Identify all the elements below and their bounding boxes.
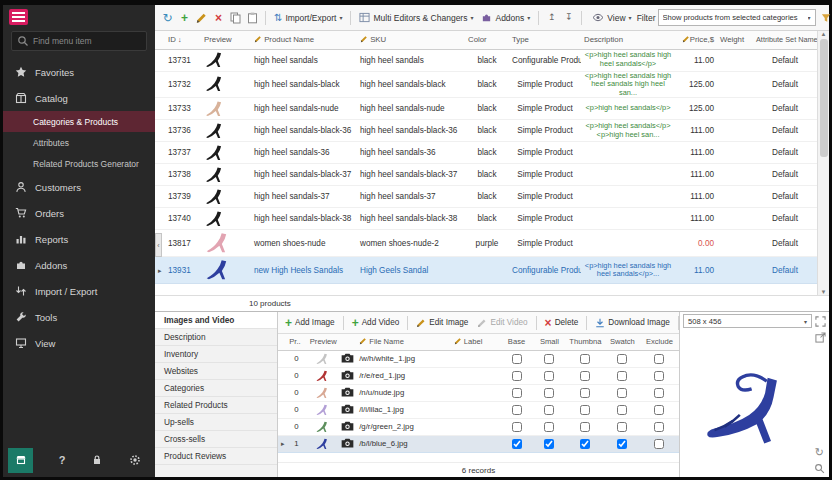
column-header-color[interactable]: Color (465, 31, 509, 49)
store-button[interactable] (8, 448, 33, 473)
exclude-checkbox[interactable] (654, 371, 664, 381)
product-row[interactable]: 13731 high heel sandals high heel sandal… (155, 49, 817, 71)
column-header-id[interactable]: ID ↓ (165, 31, 201, 49)
fullscreen-icon[interactable] (815, 316, 826, 327)
menu-hamburger-icon[interactable] (9, 9, 28, 25)
paste-button[interactable] (245, 12, 260, 24)
tab-product-reviews[interactable]: Product Reviews (155, 448, 277, 465)
small-checkbox[interactable] (544, 439, 554, 449)
column-header-small[interactable]: Small (533, 334, 566, 350)
thumbnail-checkbox[interactable] (580, 388, 590, 398)
sidebar-item-customers[interactable]: Customers (3, 174, 155, 200)
product-row[interactable]: ▸ 13931 new High Heels Sandals High Geel… (155, 257, 817, 284)
thumbnail-checkbox[interactable] (580, 439, 590, 449)
small-checkbox[interactable] (544, 405, 554, 415)
column-header-type[interactable]: Type (509, 31, 581, 49)
product-row[interactable]: 13736 high heel sandals-black-36 high he… (155, 120, 817, 142)
sidebar-item-favorites[interactable]: Favorites (3, 59, 155, 85)
base-checkbox[interactable] (512, 388, 522, 398)
product-row[interactable]: 13740 high heel sandals-black-38 high he… (155, 208, 817, 230)
base-checkbox[interactable] (512, 422, 522, 432)
swatch-checkbox[interactable] (617, 388, 627, 398)
swatch-checkbox[interactable] (617, 371, 627, 381)
image-preview-area[interactable]: ↻ (680, 330, 829, 477)
column-header-attribute-set[interactable]: Attribute Set Name (753, 31, 817, 49)
product-row[interactable]: 13739 high heel sandals-37 high heel san… (155, 186, 817, 208)
tab-categories[interactable]: Categories (155, 380, 277, 397)
column-header-base[interactable]: Base (500, 334, 533, 350)
base-checkbox[interactable] (512, 439, 522, 449)
edit-image-button[interactable]: Edit Image (412, 318, 472, 328)
image-row[interactable]: 0 /n/u/nude.jpg (278, 384, 679, 401)
gear-icon[interactable] (129, 454, 141, 466)
column-header-description[interactable]: Description (581, 31, 675, 49)
tab-related-products[interactable]: Related Products (155, 397, 277, 414)
thumbnail-checkbox[interactable] (580, 354, 590, 364)
exclude-checkbox[interactable] (654, 439, 664, 449)
thumbnail-checkbox[interactable] (580, 405, 590, 415)
tab-description[interactable]: Description (155, 329, 277, 346)
edit-product-button[interactable] (194, 12, 209, 24)
product-row[interactable]: 13733 high heel sandals-nude high heel s… (155, 98, 817, 120)
swatch-checkbox[interactable] (617, 354, 627, 364)
tab-websites[interactable]: Websites (155, 363, 277, 380)
multi-editors-menu[interactable]: Multi Editors & Changers▾ (356, 12, 476, 23)
thumbnail-checkbox[interactable] (580, 422, 590, 432)
open-external-icon[interactable] (815, 332, 826, 343)
column-header-sku[interactable]: SKU (357, 31, 465, 49)
products-scrollbar[interactable]: ▲ ▼ (817, 31, 829, 295)
help-icon[interactable]: ? (59, 454, 66, 466)
base-checkbox[interactable] (512, 354, 522, 364)
sidebar-item-attributes[interactable]: Attributes (3, 132, 155, 153)
sidebar-item-import-export[interactable]: Import / Export (3, 278, 155, 304)
column-header-image-preview[interactable]: Preview (307, 334, 338, 350)
exclude-checkbox[interactable] (654, 422, 664, 432)
image-row[interactable]: 0 /g/r/green_2.jpg (278, 418, 679, 435)
image-row[interactable]: 0 /r/e/red_1.jpg (278, 367, 679, 384)
image-row[interactable]: ▸ 1 /b/l/blue_6.jpg (278, 435, 679, 452)
column-header-product-name[interactable]: Product Name (251, 31, 357, 49)
add-product-button[interactable]: + (177, 12, 192, 24)
column-header-thumbnail[interactable]: Thumbna (566, 334, 605, 350)
scrollbar-thumb[interactable] (820, 39, 828, 157)
search-input[interactable] (33, 36, 141, 46)
column-header-price[interactable]: Price,$ (675, 31, 717, 49)
image-row[interactable]: 0 /l/i/lilac_1.jpg (278, 401, 679, 418)
tab-up-sells[interactable]: Up-sells (155, 414, 277, 431)
small-checkbox[interactable] (544, 371, 554, 381)
download-image-button[interactable]: Download Image (591, 318, 673, 328)
base-checkbox[interactable] (512, 405, 522, 415)
sidebar-item-tools[interactable]: Tools (3, 304, 155, 330)
swatch-checkbox[interactable] (617, 405, 627, 415)
small-checkbox[interactable] (544, 354, 554, 364)
tab-inventory[interactable]: Inventory (155, 346, 277, 363)
sidebar-item-related-products-generator[interactable]: Related Products Generator (3, 153, 155, 174)
sidebar-item-orders[interactable]: Orders (3, 200, 155, 226)
base-checkbox[interactable] (512, 371, 522, 381)
product-row[interactable]: 13817 women shoes-nude women shoes-nude-… (155, 230, 817, 257)
sidebar-search[interactable] (11, 31, 147, 51)
image-size-dropdown[interactable]: 508 x 456▾ (683, 314, 812, 328)
sidebar-item-addons[interactable]: Addons (3, 252, 155, 278)
exclude-checkbox[interactable] (654, 405, 664, 415)
filters-button[interactable]: Filters▾ (818, 13, 832, 23)
addons-menu[interactable]: Addons▾ (478, 12, 533, 23)
sidebar-item-reports[interactable]: Reports (3, 226, 155, 252)
tab-images-and-video[interactable]: Images and Video (155, 312, 277, 329)
filter-dropdown[interactable]: Show products from selected categories▾ (658, 9, 816, 26)
add-video-button[interactable]: +Add Video (348, 316, 404, 330)
product-row[interactable]: 13737 high heel sandals-36 high heel san… (155, 142, 817, 164)
lock-icon[interactable] (91, 454, 103, 466)
copy-button[interactable] (228, 12, 243, 24)
exclude-checkbox[interactable] (654, 388, 664, 398)
sidebar-item-view[interactable]: View (3, 330, 155, 356)
column-header-preview[interactable]: Preview (201, 31, 251, 49)
add-image-button[interactable]: +Add Image (281, 316, 339, 330)
move-down-button[interactable]: ↧ (561, 13, 576, 22)
delete-image-button[interactable]: ×Delete (541, 316, 583, 330)
view-menu[interactable]: View▾ (589, 13, 634, 23)
column-header-swatch[interactable]: Swatch (605, 334, 640, 350)
column-header-exclude[interactable]: Exclude (640, 334, 679, 350)
refresh-button[interactable]: ↻ (160, 12, 175, 24)
product-row[interactable]: 13732 high heel sandals-black high heel … (155, 71, 817, 98)
